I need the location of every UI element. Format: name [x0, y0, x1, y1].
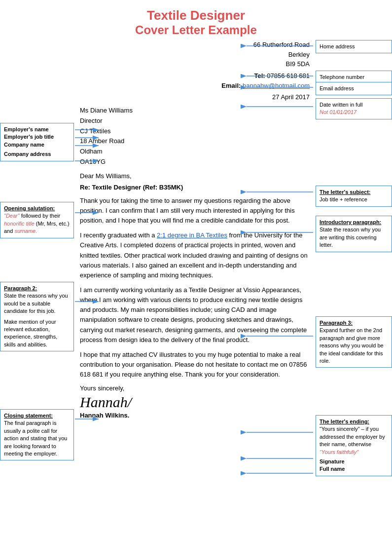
re-line: Re: Textile Designer (Ref: B35MK) — [80, 184, 310, 191]
annot-intro: Introductory paragraph: State the reason… — [316, 216, 392, 252]
annot-employer-name: Employer's nameEmployer's job titleCompa… — [0, 123, 74, 161]
closing: Yours sincerely, — [80, 384, 310, 392]
letter-address: 66 Rutherford Road Berkley BI9 5DA — [80, 40, 310, 69]
letter-para4: I hope that my attached CV illustrates t… — [80, 350, 310, 380]
annot-para2: Paragraph 2: State the reasons why you w… — [0, 282, 74, 351]
letter-date: 27 April 2017 — [80, 93, 310, 101]
employer-block: Ms Diane Williams Director CJ Textiles 1… — [80, 106, 310, 167]
annot-salutation: Opening salutation: "Dear" followed by t… — [0, 202, 74, 238]
annot-date: Date written in full Not 01/01/2017 — [316, 98, 392, 119]
letter-body: 66 Rutherford Road Berkley BI9 5DA Tel: … — [78, 40, 312, 419]
annot-closing: Closing statement: The final paragraph i… — [0, 409, 74, 460]
annot-ending: The letter's ending: “Yours sincerely” –… — [316, 415, 392, 476]
letter-para1: Thank you for taking the time to answer … — [80, 196, 310, 226]
letter-para3: I am currently working voluntarily as a … — [80, 285, 310, 345]
letter-para2: I recently graduated with a 2:1 degree i… — [80, 230, 310, 280]
annot-email: Email address — [316, 82, 392, 95]
annot-subject: The letter's subject: Job title + refere… — [316, 186, 392, 207]
cover-letter-layout: 66 Rutherford Road Berkley BI9 5DA Tel: … — [0, 40, 392, 509]
signature: Hannah/ — [80, 394, 310, 411]
letter-contact: Tel: 07856 618 681 Email: hannahw@hotmai… — [80, 71, 310, 92]
annot-para3: Paragraph 3: Expand further on the 2nd p… — [316, 316, 392, 368]
salutation: Dear Ms Williams, — [80, 172, 310, 180]
page-title: Textile Designer Cover Letter Example — [0, 0, 392, 40]
full-name: Hannah Wilkins. — [80, 412, 310, 419]
annot-home-address: Home address — [316, 40, 392, 53]
